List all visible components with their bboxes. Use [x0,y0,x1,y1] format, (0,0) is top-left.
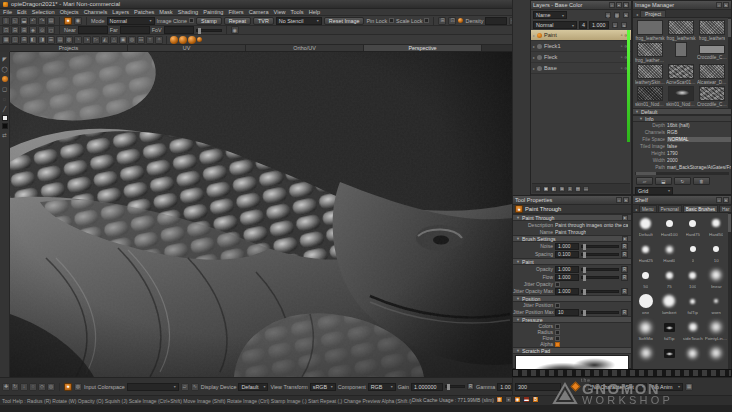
reset-button[interactable]: R [621,266,628,273]
open-image-button[interactable]: ▱ [636,177,653,185]
save-image-button[interactable]: ⬓ [655,177,672,185]
shelf-header[interactable]: Shelf ▫ ✕ [633,196,731,205]
brush-item[interactable]: Hard50 [705,214,729,240]
float-panel-icon[interactable]: ▫ [716,2,722,8]
brush-item[interactable]: falTip [681,292,705,318]
layer-visibility-icon[interactable] [537,33,542,38]
menu-item[interactable]: Channels [84,9,108,15]
duplicate-layer-icon[interactable]: ⧉ [559,186,565,192]
add-group-icon[interactable]: ▣ [543,186,549,192]
menu-item[interactable]: Painting [203,9,223,15]
layers-view-icon[interactable]: ▤ [56,36,64,44]
jitter-opacity-checkbox[interactable] [555,282,560,287]
setting-slider[interactable] [581,276,619,279]
merge-layer-icon[interactable]: ⇓ [567,186,573,192]
pressure-checkbox[interactable] [555,336,560,341]
close-panel-icon[interactable]: ✕ [723,2,729,8]
focus-icon[interactable]: ⊙ [38,26,46,34]
info-horizontal-scrollbar[interactable] [635,172,729,175]
section-paint[interactable]: ▼Paint [513,258,631,265]
layer-mask-icon[interactable]: ▫ [621,54,623,60]
lighting-environment-icon[interactable] [197,37,202,42]
image-grid-scrollbar[interactable] [728,18,731,108]
menu-item[interactable]: Mask [159,9,172,15]
layer-options-icon[interactable]: a [621,22,627,28]
layer-expand-icon[interactable]: ▸ [533,33,535,38]
triangle-icon[interactable]: △ [110,36,118,44]
brush-item[interactable]: 10 [705,240,729,266]
lock-layers-icon[interactable]: ◎ [605,12,611,18]
paint-target-icon[interactable]: ◨ [38,36,46,44]
reset-button[interactable]: R [621,309,628,316]
reset-image-button[interactable]: Reset Image [324,17,365,25]
image-thumbnail[interactable] [668,86,694,101]
record-icon[interactable]: ▬ [523,396,530,403]
property-value[interactable]: 1790 [667,151,731,156]
set-key-icon[interactable] [571,382,581,392]
float-panel-icon[interactable]: ▫ [616,197,622,203]
project-tab[interactable]: Project [640,10,666,17]
image-thumbnail-cell[interactable]: skin01_Nodule [666,86,696,107]
menu-item[interactable]: Tools [291,9,304,15]
reset-button[interactable]: R [621,288,628,295]
layer-expand-icon[interactable]: ▸ [533,44,535,49]
add-layer-icon[interactable]: + [535,186,541,192]
layer-mask-icon[interactable]: ▫ [621,43,623,49]
paint-through-tool-icon[interactable]: ● [64,17,72,25]
menu-item[interactable]: File [3,9,12,15]
brush-item[interactable]: linear [705,266,729,292]
play-icon[interactable]: ▷ [92,36,100,44]
display-device-dropdown[interactable]: Default▾ [238,383,268,391]
pin-lock-checkbox[interactable] [389,18,394,23]
section-menu-icon[interactable]: ▸ [622,215,628,221]
jitter-position-checkbox[interactable] [555,303,560,308]
cache-layer-icon[interactable]: ▤ [575,186,581,192]
shadow-icon[interactable]: ◫ [11,36,19,44]
shelf-tab[interactable]: Basic Brushes [683,205,718,212]
tab-scroll-left-icon[interactable]: ◂ [635,12,639,17]
menu-item[interactable]: Help [309,9,321,15]
brush-item[interactable] [634,344,658,370]
lighting-basic-icon[interactable] [179,36,187,44]
layers-panel-header[interactable]: Layers - Base Color ▫ ▪ ✕ [531,1,631,10]
delete-layer-icon[interactable]: ✕ [623,12,629,18]
image-thumbnail-cell[interactable]: leatherySkin02 [635,64,665,85]
hatch-icon[interactable]: ☷ [137,36,145,44]
image-thumbnail-cell[interactable]: Crocodile_Cayl [697,42,727,63]
tvr-button[interactable]: TVR [253,17,274,25]
image-thumbnail-cell[interactable]: Alcastear_Dese [697,64,727,85]
brush-item[interactable]: PointyLinear [705,318,729,344]
setting-slider[interactable] [581,268,619,271]
image-thumbnail[interactable] [699,86,725,101]
shelf-tab[interactable]: Har [719,205,732,212]
layer-row[interactable]: ▸ Base ▫ ∞ [531,63,631,74]
property-value[interactable]: NORMAL [667,137,731,142]
viewport-tab[interactable]: Perspective [364,45,482,51]
near-field[interactable] [78,26,108,34]
mask-view-icon[interactable]: ◧ [29,36,37,44]
mode-dropdown[interactable]: Normal▾ [107,17,155,25]
wireframe-icon[interactable]: ▦ [2,36,10,44]
palette-icon[interactable]: ▥ [614,12,620,18]
color-pick-icon[interactable]: ▱ [181,383,189,391]
setting-value-field[interactable]: 1.000 [555,266,579,273]
close-panel-icon[interactable]: ✕ [623,2,629,8]
import-icon[interactable]: ↶ [29,17,37,25]
shelf-tab[interactable]: Personal [658,205,682,212]
export-icon[interactable]: ↷ [38,17,46,25]
property-value[interactable]: RGB [667,130,731,135]
screenshot-icon[interactable]: ▣ [119,36,127,44]
menu-item[interactable]: Layers [112,9,129,15]
blend-mode-dropdown[interactable]: Normal▾ [533,21,577,29]
layer-count-field[interactable]: 4 [579,21,587,29]
layer-visibility-icon[interactable] [537,44,542,49]
jitter-position-max-field[interactable]: 10 [555,309,579,316]
add-mask-icon[interactable]: ◧ [551,186,557,192]
brush-item[interactable]: SoftMix [634,318,658,344]
move-image-icon[interactable]: ✚ [2,383,10,391]
image-thumbnail[interactable] [637,20,663,35]
image-thumbnail-cell[interactable]: frog_leathersk [635,20,665,41]
layer-filter-dropdown[interactable]: Name▾ [533,11,567,19]
info-group-default[interactable]: ▼Default [633,108,731,115]
float-panel-icon[interactable]: ▫ [609,2,615,8]
